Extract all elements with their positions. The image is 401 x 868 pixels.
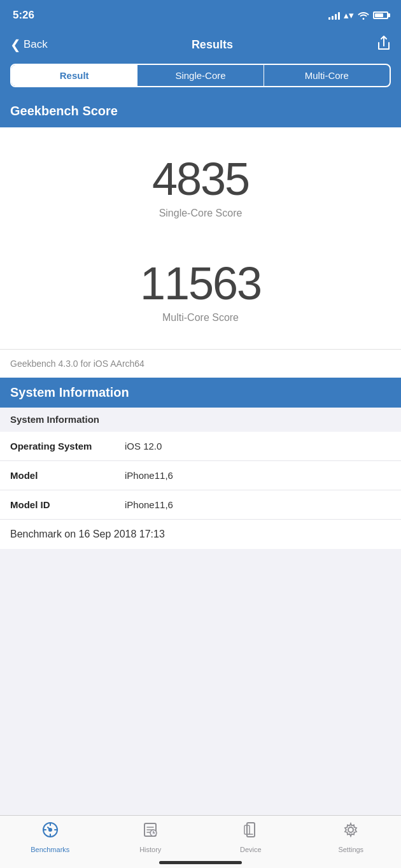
tab-benchmarks-label: Benchmarks xyxy=(31,846,69,853)
tab-settings[interactable]: Settings xyxy=(301,821,402,853)
tab-history[interactable]: History xyxy=(101,821,201,853)
status-icons: ▴▾ xyxy=(328,10,388,21)
tab-result[interactable]: Result xyxy=(11,65,137,86)
tab-device-label: Device xyxy=(240,846,262,853)
nav-bar: ❮ Back Results xyxy=(0,28,401,64)
tab-multi-core[interactable]: Multi-Core xyxy=(264,65,390,86)
row-val-os: iOS 12.0 xyxy=(125,441,162,452)
wifi-icon: ▴▾ xyxy=(344,10,354,21)
benchmark-date: Benchmark on 16 Sep 2018 17:13 xyxy=(0,519,401,549)
table-row: Model ID iPhone11,6 xyxy=(0,490,401,519)
row-val-model: iPhone11,6 xyxy=(125,470,173,481)
geekbench-score-header: Geekbench Score xyxy=(0,97,401,127)
tab-bar: Benchmarks History Device xyxy=(0,815,401,868)
row-key-os: Operating System xyxy=(10,441,125,452)
battery-icon xyxy=(373,11,388,19)
segment-container: Result Single-Core Multi-Core xyxy=(0,64,401,97)
device-icon xyxy=(242,821,260,843)
score-section: 4835 Single-Core Score 11563 Multi-Core … xyxy=(0,127,401,349)
geekbench-info: Geekbench 4.3.0 for iOS AArch64 xyxy=(0,349,401,378)
multi-core-score-label: Multi-Core Score xyxy=(13,312,388,324)
history-icon xyxy=(141,821,159,843)
svg-point-17 xyxy=(348,827,353,832)
geekbench-score-title: Geekbench Score xyxy=(10,104,118,118)
back-label: Back xyxy=(24,38,48,51)
page-title: Results xyxy=(192,38,233,52)
status-time: 5:26 xyxy=(13,9,34,22)
home-indicator xyxy=(159,861,242,864)
table-row: Operating System iOS 12.0 xyxy=(0,432,401,460)
table-row: Model iPhone11,6 xyxy=(0,460,401,490)
settings-icon xyxy=(342,821,360,843)
multi-core-score-value: 11563 xyxy=(13,257,388,309)
share-button[interactable] xyxy=(377,36,391,54)
tab-benchmarks[interactable]: Benchmarks xyxy=(0,821,101,853)
tab-settings-label: Settings xyxy=(338,846,363,853)
segmented-control: Result Single-Core Multi-Core xyxy=(10,64,391,87)
status-bar: 5:26 ▴▾ xyxy=(0,0,401,28)
system-info-subheader-label: System Information xyxy=(10,414,99,425)
back-button[interactable]: ❮ Back xyxy=(10,37,48,52)
row-key-model-id: Model ID xyxy=(10,499,125,510)
chevron-left-icon: ❮ xyxy=(10,37,21,52)
row-key-model: Model xyxy=(10,470,125,481)
tab-device[interactable]: Device xyxy=(200,821,301,853)
system-info-header: System Information xyxy=(0,378,401,408)
benchmarks-icon xyxy=(41,821,59,843)
svg-line-6 xyxy=(48,827,50,830)
system-info-rows: Operating System iOS 12.0 Model iPhone11… xyxy=(0,432,401,519)
system-info-title: System Information xyxy=(10,385,129,399)
single-core-score-value: 4835 xyxy=(13,153,388,205)
row-val-model-id: iPhone11,6 xyxy=(125,499,173,510)
system-info-subheader: System Information xyxy=(0,408,401,432)
tab-history-label: History xyxy=(139,846,161,853)
signal-icon xyxy=(328,11,340,20)
wifi-icon xyxy=(358,11,369,20)
tab-single-core[interactable]: Single-Core xyxy=(137,65,263,86)
single-core-score-label: Single-Core Score xyxy=(13,208,388,219)
